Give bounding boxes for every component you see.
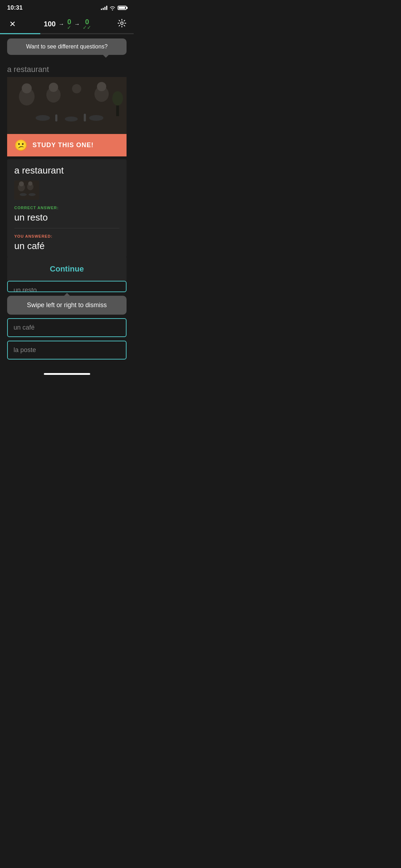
nav-score: 100 → 0 ✓ → 0 ✓✓ [44, 18, 91, 30]
battery-icon [118, 6, 127, 10]
signal-icon [101, 6, 107, 10]
settings-button[interactable] [117, 19, 127, 30]
gear-icon [117, 19, 127, 28]
svg-point-25 [20, 193, 27, 196]
wifi-icon [109, 6, 115, 10]
answer-word: a restaurant [14, 165, 119, 176]
restaurant-image [7, 77, 127, 134]
svg-point-12 [36, 115, 50, 121]
svg-point-6 [49, 83, 58, 92]
answer-options: un café la poste [0, 318, 134, 370]
status-bar: 10:31 [0, 0, 134, 14]
card-label: a restaurant [0, 59, 134, 77]
study-text: STUDY THIS ONE! [32, 141, 94, 149]
progress-fill [0, 33, 40, 34]
home-bar [44, 373, 90, 375]
arrow-icon-1: → [58, 21, 64, 27]
svg-point-4 [22, 83, 32, 93]
card-image [7, 77, 127, 134]
svg-point-10 [97, 82, 106, 91]
svg-point-0 [121, 22, 123, 24]
svg-point-17 [112, 91, 123, 105]
answer-thumbnail [14, 180, 39, 200]
progress-bar [0, 33, 134, 34]
svg-rect-16 [84, 114, 86, 122]
svg-point-14 [89, 115, 103, 121]
svg-rect-15 [55, 114, 57, 122]
you-answered-label: YOU ANSWERED: [14, 234, 119, 238]
svg-point-21 [19, 181, 24, 186]
continue-button[interactable]: Continue [7, 257, 127, 281]
correct-answer-label: CORRECT ANSWER: [14, 206, 119, 210]
svg-point-26 [29, 193, 36, 196]
study-banner[interactable]: 😕 STUDY THIS ONE! [7, 134, 127, 156]
user-answer-text: un café [14, 241, 119, 252]
svg-point-23 [28, 181, 32, 186]
arrow-icon-2: → [74, 21, 80, 27]
perfect-score: 0 ✓✓ [83, 18, 91, 30]
score-number: 100 [44, 20, 56, 28]
home-indicator [0, 370, 134, 379]
status-time: 10:31 [7, 4, 22, 11]
correct-answer-text: un resto [14, 212, 119, 223]
nav-bar: ✕ 100 → 0 ✓ → 0 ✓✓ [0, 14, 134, 33]
svg-rect-18 [116, 105, 119, 116]
divider [14, 228, 119, 228]
question-tooltip[interactable]: Want to see different questions? [7, 38, 127, 55]
study-emoji: 😕 [14, 139, 27, 151]
answer-option-2[interactable]: un café [7, 318, 127, 337]
status-icons [101, 6, 127, 10]
close-button[interactable]: ✕ [7, 19, 18, 30]
correct-score: 0 ✓ [67, 18, 71, 30]
svg-point-8 [72, 84, 81, 93]
svg-point-13 [65, 117, 78, 122]
swipe-tooltip: Swipe left or right to dismiss [7, 296, 127, 315]
answer-card: a restaurant CORRECT ANSWER: un resto YO… [7, 159, 127, 257]
answer-option-partial[interactable]: un resto [7, 281, 127, 292]
answer-option-3[interactable]: la poste [7, 341, 127, 360]
